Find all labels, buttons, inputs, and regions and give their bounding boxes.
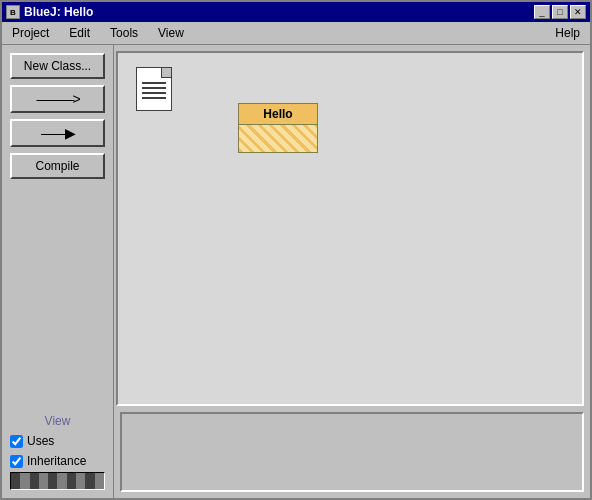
view-section-label: View — [10, 412, 105, 430]
menu-edit[interactable]: Edit — [63, 24, 96, 42]
view-section: View Uses Inheritance — [10, 412, 105, 490]
uses-checkbox[interactable] — [10, 435, 23, 448]
app-icon: B — [6, 5, 20, 19]
inheritance-label: Inheritance — [27, 454, 86, 468]
doc-line-1 — [142, 82, 166, 84]
menu-tools[interactable]: Tools — [104, 24, 144, 42]
doc-fold — [161, 68, 171, 78]
window-title: BlueJ: Hello — [24, 5, 93, 19]
sidebar-spacer — [10, 185, 105, 406]
inheritance-arrow-label: ——▶ — [41, 125, 74, 141]
uses-arrow-button[interactable]: ———> — [10, 85, 105, 113]
sidebar: New Class... ———> ——▶ Compile View Uses … — [2, 45, 114, 498]
title-bar: B BlueJ: Hello _ □ ✕ — [2, 2, 590, 22]
uses-label: Uses — [27, 434, 54, 448]
window-controls: _ □ ✕ — [534, 5, 586, 19]
main-window: B BlueJ: Hello _ □ ✕ Project Edit Tools … — [0, 0, 592, 500]
menu-help[interactable]: Help — [549, 24, 586, 42]
readme-icon[interactable] — [136, 67, 174, 113]
menu-view[interactable]: View — [152, 24, 190, 42]
inheritance-arrow-button[interactable]: ——▶ — [10, 119, 105, 147]
uses-arrow-label: ———> — [36, 91, 78, 107]
inheritance-checkbox[interactable] — [10, 455, 23, 468]
menu-project[interactable]: Project — [6, 24, 55, 42]
main-content: New Class... ———> ——▶ Compile View Uses … — [2, 45, 590, 498]
progress-bar — [10, 472, 105, 490]
uses-checkbox-row[interactable]: Uses — [10, 432, 105, 450]
hello-class-box[interactable]: Hello — [238, 103, 318, 153]
menu-items: Project Edit Tools View — [6, 24, 190, 42]
inheritance-checkbox-row[interactable]: Inheritance — [10, 452, 105, 470]
class-name-bar: Hello — [238, 103, 318, 125]
close-button[interactable]: ✕ — [570, 5, 586, 19]
doc-line-2 — [142, 87, 166, 89]
doc-line-3 — [142, 92, 166, 94]
minimize-button[interactable]: _ — [534, 5, 550, 19]
canvas-area: Hello — [116, 51, 584, 406]
new-class-button[interactable]: New Class... — [10, 53, 105, 79]
title-bar-left: B BlueJ: Hello — [6, 5, 93, 19]
compile-button[interactable]: Compile — [10, 153, 105, 179]
class-hatch-area — [238, 125, 318, 153]
doc-line-4 — [142, 97, 166, 99]
terminal-area — [120, 412, 584, 492]
right-panel: Hello — [114, 45, 590, 498]
menu-bar: Project Edit Tools View Help — [2, 22, 590, 45]
doc-paper — [136, 67, 172, 111]
maximize-button[interactable]: □ — [552, 5, 568, 19]
